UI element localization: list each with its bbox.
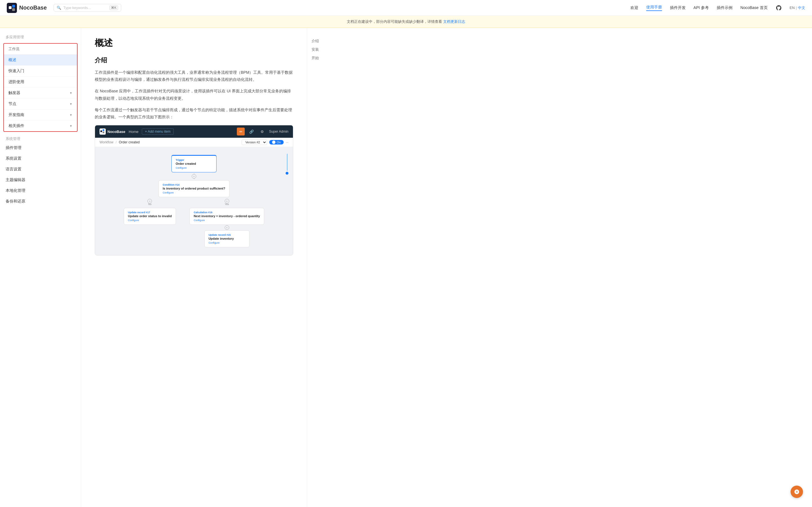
lang-en[interactable]: EN xyxy=(790,6,795,10)
sidebar-item-localization[interactable]: 本地化管理 xyxy=(0,185,81,196)
toc-item-start[interactable]: 开始 xyxy=(312,54,347,62)
sidebar-item-theme-editor[interactable]: 主题编辑器 xyxy=(0,175,81,185)
wf-calc-node: Calculation #16 Next inventory = invento… xyxy=(190,208,264,225)
chevron-down-icon: ▼ xyxy=(69,124,72,128)
wf-toggle-circle xyxy=(272,140,275,144)
header: NocoBase 🔍 Type keywords... ⌘K 欢迎 使用手册 插… xyxy=(0,0,812,16)
wf-add-menu-btn[interactable]: + Add menu item xyxy=(142,128,173,135)
svg-rect-5 xyxy=(100,130,102,132)
chevron-down-icon: ▼ xyxy=(69,113,72,117)
page-title: 概述 xyxy=(95,37,293,49)
wf-update-link[interactable]: Configure xyxy=(128,219,172,222)
nav-api[interactable]: API 参考 xyxy=(694,5,709,10)
toc-item-intro[interactable]: 介绍 xyxy=(312,37,347,45)
wf-update-node: Update record #17 Update order status to… xyxy=(124,208,176,225)
wf-update2-node: Update record #15 Update inventory Confi… xyxy=(204,230,250,247)
sidebar-item-backup[interactable]: 备份和还原 xyxy=(0,196,81,207)
wf-condition-link[interactable]: Configure xyxy=(163,191,225,194)
wf-subbar: Workflow / Order created Version #2 On ·… xyxy=(95,138,293,147)
wf-branches: No Update record #17 Update order status… xyxy=(124,200,264,248)
wf-version-select[interactable]: Version #2 xyxy=(242,139,267,145)
sidebar-section-system: 系统管理 xyxy=(0,134,81,143)
wf-branch-no: No Update record #17 Update order status… xyxy=(124,200,176,248)
github-icon[interactable] xyxy=(776,5,782,11)
wf-workflow-name: Order created xyxy=(119,140,140,144)
paragraph-2: 在 NocoBase 应用中，工作流插件针对无代码场景设计，使用该插件可以在 U… xyxy=(95,88,293,102)
banner: 文档正在建设中，部分内容可能缺失或缺少翻译，详情查看 文档更新日志 xyxy=(0,16,812,28)
wf-trigger-title: Order created xyxy=(175,162,212,165)
wf-condition-node: Condition #14 Is inventory of ordered pr… xyxy=(158,180,230,197)
sidebar-item-triggers[interactable]: 触发器 ▼ xyxy=(4,88,77,99)
sidebar-item-related-plugins[interactable]: 相关插件 ▼ xyxy=(4,121,77,131)
svg-rect-3 xyxy=(12,8,15,11)
chevron-down-icon: ▼ xyxy=(69,91,72,95)
search-placeholder: Type keywords... xyxy=(63,6,91,10)
wf-update-label: Update record #17 xyxy=(128,211,172,214)
sidebar-item-lang-settings[interactable]: 语言设置 xyxy=(0,164,81,175)
toc: 介绍 安装 开始 xyxy=(307,28,352,507)
wf-calc-link[interactable]: Configure xyxy=(194,219,260,222)
nav-manual[interactable]: 使用手册 xyxy=(646,5,662,11)
paragraph-3: 每个工作流通过一个触发器与若干节点编排而成，通过每个节点的特定功能，描述系统中对… xyxy=(95,107,293,121)
wf-canvas: Trigger Order created Configure Conditio… xyxy=(95,147,293,255)
wf-condition-label: Condition #14 xyxy=(163,183,225,186)
svg-rect-2 xyxy=(12,5,15,8)
sidebar-item-overview[interactable]: 概述 xyxy=(4,55,77,66)
wf-breadcrumb: Workflow xyxy=(100,140,113,144)
sidebar: 多应用管理 工作流 概述 快速入门 进阶使用 触发器 ▼ 节点 ▼ 开发指南 xyxy=(0,28,81,507)
wf-logo-text: NocoBase xyxy=(107,129,125,134)
nav-welcome[interactable]: 欢迎 xyxy=(630,5,638,10)
nav-plugin-examples[interactable]: 插件示例 xyxy=(717,5,732,10)
sidebar-item-quickstart[interactable]: 快速入门 xyxy=(4,66,77,76)
wf-condition-title: Is inventory of ordered product sufficie… xyxy=(163,187,225,190)
wf-home: Home xyxy=(129,129,139,134)
wf-update2-link[interactable]: Configure xyxy=(209,241,245,244)
banner-text: 文档正在建设中，部分内容可能缺失或缺少翻译，详情查看 xyxy=(347,19,443,24)
wf-branch-yes: Yes Calculation #16 Next inventory = inv… xyxy=(190,200,264,248)
header-nav: 欢迎 使用手册 插件开发 API 参考 插件示例 NocoBase 首页 EN … xyxy=(630,5,805,11)
banner-link[interactable]: 文档更新日志 xyxy=(443,19,465,24)
wf-draw-icon[interactable]: ✏ xyxy=(237,128,245,135)
wf-toggle[interactable]: On xyxy=(269,140,284,145)
search-shortcut: ⌘K xyxy=(109,5,118,10)
svg-rect-6 xyxy=(103,129,104,131)
logo-text: NocoBase xyxy=(19,4,47,11)
wf-right-icons: ✏ 🔗 ⚙ Super Admin xyxy=(237,128,289,135)
wf-toggle-label: On xyxy=(276,140,281,144)
section-intro-title: 介绍 xyxy=(95,56,293,64)
logo[interactable]: NocoBase xyxy=(7,3,47,13)
chevron-down-icon: ▼ xyxy=(69,102,72,106)
sidebar-item-plugins[interactable]: 插件管理 xyxy=(0,143,81,153)
sidebar-item-nodes[interactable]: 节点 ▼ xyxy=(4,99,77,110)
sidebar-item-system-settings[interactable]: 系统设置 xyxy=(0,153,81,164)
lang-zh[interactable]: 中文 xyxy=(798,5,805,10)
search-icon: 🔍 xyxy=(57,6,61,10)
layout: 多应用管理 工作流 概述 快速入门 进阶使用 触发器 ▼ 节点 ▼ 开发指南 xyxy=(0,28,812,507)
logo-icon xyxy=(7,3,17,13)
wf-trigger-link[interactable]: Configure xyxy=(175,166,212,169)
wf-admin: Super Admin xyxy=(269,129,289,133)
search-bar[interactable]: 🔍 Type keywords... ⌘K xyxy=(54,4,121,11)
wf-link-icon[interactable]: 🔗 xyxy=(248,128,255,135)
float-button[interactable] xyxy=(791,486,803,498)
paragraph-1: 工作流插件是一个编排和配置自动化流程的强大工具，业界通常称为业务流程管理（BPM… xyxy=(95,69,293,83)
wf-more-icon[interactable]: ··· xyxy=(286,140,289,144)
nav-plugin-dev[interactable]: 插件开发 xyxy=(670,5,686,10)
wf-version: Version #2 On ··· xyxy=(242,139,289,145)
wf-update-title: Update order status to invalid xyxy=(128,214,172,218)
sidebar-group-workflow-header: 工作流 xyxy=(4,44,77,55)
wf-logo: NocoBase xyxy=(100,128,125,135)
toc-item-install[interactable]: 安装 xyxy=(312,45,347,54)
sidebar-item-dev-guide[interactable]: 开发指南 ▼ xyxy=(4,110,77,121)
wf-update2-title: Update inventory xyxy=(209,237,245,240)
svg-rect-1 xyxy=(9,6,11,9)
wf-calc-title: Next inventory = inventory - ordered qua… xyxy=(194,214,260,218)
sidebar-group-workflow: 工作流 概述 快速入门 进阶使用 触发器 ▼ 节点 ▼ 开发指南 ▼ xyxy=(3,43,78,132)
nav-homepage[interactable]: NocoBase 首页 xyxy=(741,5,767,10)
sidebar-item-advanced[interactable]: 进阶使用 xyxy=(4,76,77,88)
lang-switch: EN | 中文 xyxy=(790,5,805,10)
wf-trigger-label: Trigger xyxy=(175,159,212,161)
wf-topbar: NocoBase Home + Add menu item ✏ 🔗 ⚙ Supe… xyxy=(95,125,293,138)
sidebar-section-multiapp: 多应用管理 xyxy=(0,33,81,41)
wf-settings-icon[interactable]: ⚙ xyxy=(258,128,266,135)
